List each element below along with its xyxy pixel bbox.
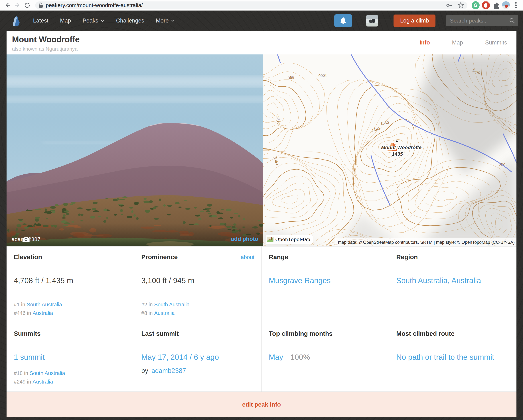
browser-reload-button[interactable]	[23, 1, 31, 9]
rank-link[interactable]: Australia	[33, 379, 53, 385]
marker-title: Mount Woodroffe	[381, 145, 422, 150]
tab-map[interactable]: Map	[452, 39, 463, 46]
back-arrow-icon	[4, 2, 11, 8]
bookmark-star-icon[interactable]	[457, 2, 464, 9]
top-month-link[interactable]: May	[269, 353, 283, 361]
chevron-down-icon	[100, 19, 104, 22]
site-navbar: Latest Map Peaks Challenges More Log a c…	[0, 10, 523, 31]
top-month-percentage: 100%	[290, 353, 310, 361]
log-a-climb-button[interactable]: Log a climb	[393, 15, 435, 27]
browser-toolbar: peakery.com/mount-woodroffe-australia/ G	[0, 0, 523, 10]
stat-elevation: Elevation 4,708 ft / 1,435 m #1 inSouth …	[7, 246, 134, 323]
tab-info[interactable]: Info	[419, 39, 430, 46]
stat-region: Region South Australia, Australia	[389, 246, 516, 323]
opentopomap-logo-icon	[267, 236, 273, 243]
route-link[interactable]: No path or trail to the summit	[396, 353, 494, 361]
tab-summits[interactable]: Summits	[485, 39, 507, 46]
rank-line: #18 inSouth Australia	[14, 369, 65, 378]
peak-photo-image	[7, 55, 263, 246]
peak-photo[interactable]: adamb2387 add photo	[7, 55, 263, 246]
region-link[interactable]: South Australia, Australia	[396, 276, 481, 285]
stat-top-months: Top climbing months May100%	[262, 323, 389, 392]
stat-last-summit: Last summit May 17, 2014 / 6 y ago by ad…	[134, 323, 262, 392]
stat-heading: Range	[269, 253, 382, 261]
peak-stats-grid: Elevation 4,708 ft / 1,435 m #1 inSouth …	[7, 246, 516, 392]
stat-heading: Most climbed route	[396, 330, 509, 337]
summits-ranks: #18 inSouth Australia #249 inAustralia	[14, 369, 65, 386]
about-prominence-link[interactable]: about	[241, 254, 254, 260]
notifications-button[interactable]	[334, 14, 352, 27]
topo-map[interactable]: 9901000124013401310106013901360	[263, 55, 516, 246]
browser-profile-avatar[interactable]	[502, 1, 510, 9]
stat-heading: Elevation	[14, 253, 127, 261]
rank-line: #1 inSouth Australia	[14, 300, 62, 309]
browser-forward-button[interactable]	[13, 1, 21, 9]
browser-menu-icon[interactable]	[512, 1, 520, 9]
bell-icon	[340, 17, 346, 24]
search-input[interactable]	[450, 18, 509, 24]
forward-arrow-icon	[14, 2, 21, 8]
nav-item-challenges[interactable]: Challenges	[116, 17, 144, 24]
rank-line: #2 inSouth Australia	[141, 300, 190, 309]
address-bar[interactable]: peakery.com/mount-woodroffe-australia/	[35, 1, 467, 9]
url-text[interactable]: peakery.com/mount-woodroffe-australia/	[46, 2, 446, 8]
prominence-value: 3,100 ft / 945 m	[141, 276, 254, 285]
svg-text:1000: 1000	[318, 73, 327, 78]
nav-item-map[interactable]: Map	[60, 17, 71, 24]
svg-text:1310: 1310	[276, 116, 281, 125]
page-title: Mount Woodroffe	[12, 34, 80, 44]
topo-map-canvas: 9901000124013401310106013901360	[263, 55, 516, 246]
svg-text:990: 990	[287, 75, 294, 80]
nav-item-peaks[interactable]: Peaks	[83, 17, 104, 24]
nav-item-more[interactable]: More	[156, 17, 175, 24]
stat-heading: Region	[396, 253, 509, 261]
elevation-value: 4,708 ft / 1,435 m	[14, 276, 127, 285]
lock-icon	[39, 2, 43, 8]
elevation-ranks: #1 inSouth Australia #446 inAustralia	[14, 300, 62, 317]
nav-item-latest[interactable]: Latest	[33, 17, 48, 24]
reload-icon	[24, 2, 31, 8]
photo-credit[interactable]: adamb2387	[12, 236, 40, 242]
map-attribution[interactable]: map data: © OpenStreetMap contributors, …	[335, 238, 516, 246]
camera-icon	[12, 236, 40, 242]
rank-link[interactable]: South Australia	[27, 302, 62, 307]
opentopomap-badge[interactable]: OpenTopoMap	[265, 235, 313, 244]
marker-elevation: 1435	[392, 151, 403, 157]
rank-line: #8 inAustralia	[141, 309, 190, 317]
extensions-puzzle-icon[interactable]	[492, 1, 500, 9]
grammarly-extension-icon[interactable]: G	[471, 1, 480, 9]
last-summit-byline: by adamb2387	[141, 367, 254, 375]
password-key-icon[interactable]	[446, 2, 453, 9]
range-link[interactable]: Musgrave Ranges	[269, 276, 331, 285]
stat-most-climbed-route: Most climbed route No path or trail to t…	[389, 323, 516, 392]
stat-prominence: Prominence about 3,100 ft / 945 m #2 inS…	[134, 246, 262, 323]
user-avatar[interactable]	[366, 15, 378, 26]
peakery-logo[interactable]	[10, 14, 22, 27]
peak-search[interactable]	[446, 15, 518, 26]
stat-summits: Summits 1 summit #18 inSouth Australia #…	[7, 323, 134, 392]
stat-heading: Summits	[14, 330, 127, 337]
browser-back-button[interactable]	[4, 1, 12, 9]
rank-line: #249 inAustralia	[14, 378, 65, 386]
search-icon[interactable]	[509, 18, 515, 24]
stat-heading: Top climbing months	[269, 330, 382, 337]
summits-link[interactable]: 1 summit	[14, 353, 45, 361]
stat-heading: Prominence	[141, 253, 254, 261]
peak-header: Mount Woodroffe also known as Ngarutjara…	[7, 31, 516, 55]
rank-link[interactable]: South Australia	[154, 302, 190, 307]
add-photo-link[interactable]: add photo	[231, 236, 258, 242]
chevron-down-icon	[171, 19, 175, 22]
rank-link[interactable]: Australia	[154, 310, 175, 316]
edit-peak-info-button[interactable]: edit peak info	[7, 392, 516, 417]
summiter-link[interactable]: adamb2387	[151, 367, 186, 374]
opentopomap-logo-text: OpenTopoMap	[275, 237, 310, 242]
rank-line: #446 inAustralia	[14, 309, 62, 317]
stat-heading: Last summit	[141, 330, 254, 337]
rank-link[interactable]: Australia	[33, 310, 53, 316]
peak-tabs: Info Map Summits	[419, 39, 507, 46]
rank-link[interactable]: South Australia	[30, 370, 65, 376]
prominence-ranks: #2 inSouth Australia #8 inAustralia	[141, 300, 190, 317]
adblock-extension-icon[interactable]	[482, 1, 490, 9]
stat-range: Range Musgrave Ranges	[262, 246, 389, 323]
last-summit-link[interactable]: May 17, 2014 / 6 y ago	[141, 353, 219, 361]
